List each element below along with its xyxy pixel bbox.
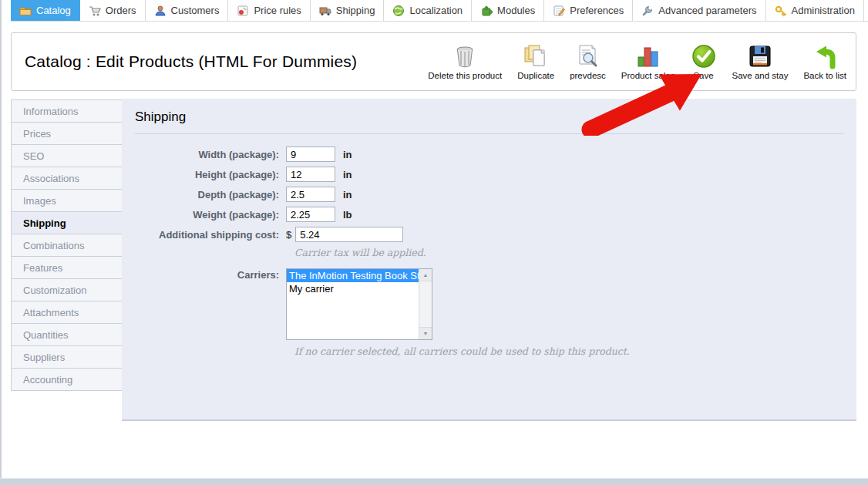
nav-tab-modules[interactable]: Modules: [472, 0, 544, 21]
height-unit-label: in: [343, 169, 352, 180]
width-unit-label: in: [343, 149, 352, 160]
nav-tab-advanced-parameters[interactable]: Advanced parameters: [633, 0, 765, 21]
sidebar-item-attachments[interactable]: Attachments: [11, 301, 123, 324]
heading-divider: [135, 133, 843, 134]
nav-tab-localization[interactable]: Localization: [384, 0, 472, 21]
carrier-tax-note: Carrier tax will be applied.: [294, 247, 856, 258]
sidebar-item-customization[interactable]: Customization: [11, 278, 123, 301]
section-heading: Shipping: [122, 99, 856, 125]
folder-icon: [19, 5, 32, 17]
width-label: Width (package):: [122, 148, 286, 161]
shipping-form: Width (package): in Height (package): in…: [122, 147, 856, 357]
carriers-option-list: The InMotion Testing Book Store My carri…: [287, 269, 419, 295]
sidebar-item-quantities[interactable]: Quantities: [11, 323, 123, 346]
nav-tab-label: Modules: [497, 5, 535, 16]
weight-input[interactable]: [286, 207, 335, 222]
duplicate-button[interactable]: Duplicate: [517, 43, 554, 80]
height-input[interactable]: [286, 167, 335, 182]
toolbar-button-label: Save and stay: [732, 71, 789, 80]
truck-icon: [319, 5, 331, 17]
scroll-down-arrow-icon[interactable]: ▼: [419, 327, 432, 339]
horizontal-scrollbar-track[interactable]: [0, 478, 868, 485]
nav-tab-preferences[interactable]: Preferences: [544, 0, 633, 21]
wrench-icon: [641, 5, 654, 17]
weight-label: Weight (package):: [122, 208, 286, 221]
scroll-up-arrow-icon[interactable]: ▲: [419, 269, 432, 281]
annotation-red-arrow: [578, 62, 718, 136]
duplicate-icon: [523, 43, 549, 69]
trash-icon: [452, 43, 478, 69]
nav-tab-label: Catalog: [36, 5, 71, 16]
height-label: Height (package):: [122, 168, 286, 181]
cart-icon: [89, 5, 101, 17]
page-title: Catalog : Edit Products (HTML For Dummie…: [12, 52, 357, 71]
sidebar-item-associations[interactable]: Associations: [11, 167, 123, 190]
save-and-stay-button[interactable]: Save and stay: [732, 43, 789, 80]
nav-tab-label: Preferences: [570, 5, 624, 16]
sidebar-item-combinations[interactable]: Combinations: [11, 234, 123, 257]
sidebar-item-seo[interactable]: SEO: [11, 144, 123, 167]
back-arrow-icon: [812, 43, 838, 69]
nav-tab-customers[interactable]: Customers: [146, 0, 229, 21]
top-navigation: Catalog Orders Customers Price rules Shi…: [11, 0, 868, 22]
globe-icon: [392, 5, 405, 17]
nav-tab-orders[interactable]: Orders: [80, 0, 146, 21]
window-left-edge: [0, 0, 2, 485]
nav-tab-stats[interactable]: Stats: [864, 0, 868, 21]
sidebar-item-informations[interactable]: Informations: [11, 99, 123, 123]
sidebar-item-suppliers[interactable]: Suppliers: [11, 345, 123, 369]
width-input[interactable]: [286, 147, 335, 162]
depth-label: Depth (package):: [122, 188, 286, 201]
toolbar-button-label: Back to list: [803, 71, 846, 80]
nav-tab-label: Orders: [106, 5, 136, 16]
weight-unit-label: lb: [343, 209, 352, 221]
depth-input[interactable]: [286, 187, 335, 202]
customer-icon: [154, 5, 167, 17]
depth-unit-label: in: [343, 189, 352, 200]
carrier-option[interactable]: My carrier: [287, 282, 419, 295]
product-edit-sidebar: Informations Prices SEO Associations Ima…: [11, 100, 123, 391]
currency-symbol: $: [286, 229, 291, 241]
floppy-disk-icon: [747, 43, 773, 69]
notepad-pencil-icon: [553, 5, 565, 17]
nav-tab-label: Advanced parameters: [658, 5, 756, 16]
carriers-multiselect[interactable]: The InMotion Testing Book Store My carri…: [286, 268, 432, 340]
sidebar-item-shipping[interactable]: Shipping: [11, 211, 123, 234]
sidebar-item-images[interactable]: Images: [11, 189, 123, 212]
nav-tab-label: Customers: [171, 5, 220, 16]
puzzle-icon: [480, 5, 493, 17]
carrier-option-selected[interactable]: The InMotion Testing Book Store: [287, 269, 419, 282]
shipping-panel: Shipping Width (package): in Height (pac…: [122, 99, 856, 421]
sidebar-item-prices[interactable]: Prices: [11, 122, 123, 145]
page-header: Catalog : Edit Products (HTML For Dummie…: [11, 32, 856, 91]
nav-tab-label: Shipping: [336, 5, 375, 16]
no-carrier-note: If no carrier selected, all carriers cou…: [294, 345, 856, 357]
nav-tab-administration[interactable]: Administration: [766, 0, 864, 21]
back-to-list-button[interactable]: Back to list: [803, 43, 846, 80]
nav-tab-price-rules[interactable]: Price rules: [228, 0, 310, 21]
nav-tab-shipping[interactable]: Shipping: [311, 0, 385, 21]
nav-tab-label: Localization: [409, 5, 463, 16]
delete-product-button[interactable]: Delete this product: [428, 43, 502, 80]
nav-tab-catalog[interactable]: Catalog: [11, 0, 80, 21]
multiselect-scrollbar[interactable]: ▲ ▼: [419, 269, 432, 339]
toolbar-button-label: Duplicate: [517, 71, 554, 80]
sidebar-item-accounting[interactable]: Accounting: [11, 368, 123, 391]
nav-tab-label: Price rules: [254, 5, 301, 16]
carriers-label: Carriers:: [122, 268, 286, 281]
sidebar-item-features[interactable]: Features: [11, 256, 123, 279]
additional-shipping-cost-label: Additional shipping cost:: [122, 228, 286, 241]
additional-shipping-cost-input[interactable]: [295, 227, 403, 242]
nav-tab-label: Administration: [792, 5, 855, 16]
price-tag-icon: [237, 5, 249, 17]
key-icon: [775, 5, 787, 17]
toolbar-button-label: Delete this product: [428, 71, 502, 80]
